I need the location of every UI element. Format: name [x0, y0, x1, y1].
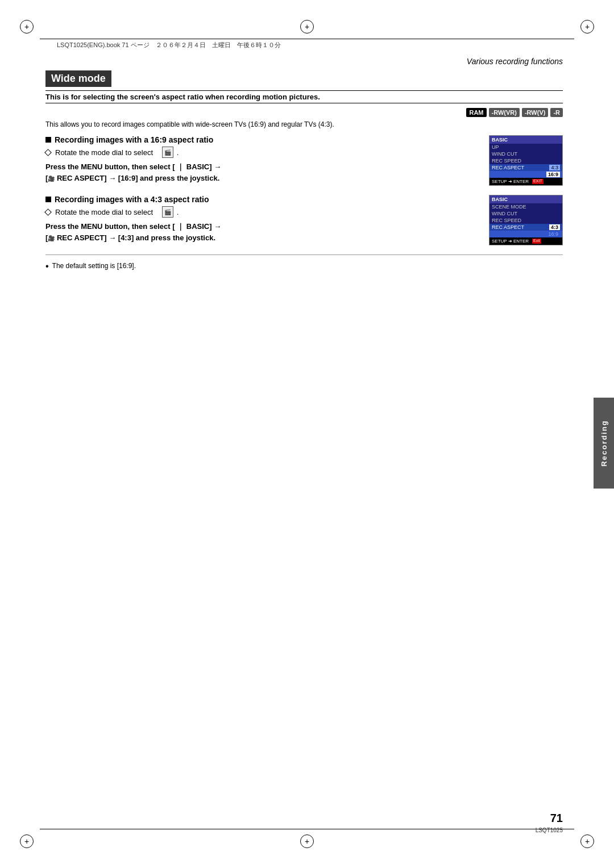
menu-screenshot-43: BASIC SCENE MODE WIND CUT REC SPEED REC …: [489, 195, 563, 245]
menu-item-169-value: 16:9: [489, 171, 562, 178]
side-tab-recording: Recording: [594, 398, 614, 489]
menu-item-169-rec-aspect: REC ASPECT4:3: [489, 164, 562, 171]
menu-item-169-3: REC SPEED: [489, 157, 562, 164]
menu-item-43-3: REC SPEED: [489, 217, 562, 224]
reg-mark-bottom-right: [579, 833, 596, 850]
intro-text: This allows you to record images compati…: [45, 120, 563, 128]
section-169: Recording images with a 16:9 aspect rati…: [45, 135, 563, 186]
page-title: Wide mode: [45, 70, 111, 87]
rotate-label-169: Rotate the mode dial to select: [55, 148, 153, 157]
reg-mark-top-mid: [298, 18, 316, 35]
badge-r: -R: [550, 108, 563, 117]
subtitle: This is for selecting the screen's aspec…: [45, 90, 563, 103]
note-bullet: • The default setting is [16:9].: [45, 262, 563, 271]
menu-item-169-1: UP: [489, 144, 562, 151]
menu-item-43-1: SCENE MODE: [489, 203, 562, 210]
section-43-text: Recording images with a 4:3 aspect ratio…: [45, 195, 478, 243]
badge-ram: RAM: [466, 108, 486, 117]
diamond-bullet-43: [44, 208, 52, 216]
header-rule: [40, 39, 574, 39]
reg-mark-top-right: [579, 18, 596, 35]
mode-icon-43: 🎬: [162, 206, 173, 218]
page-container: LSQT1025(ENG).book 71 ページ ２０６年２月４日 土曜日 午…: [0, 0, 614, 868]
mode-icon-169: 🎬: [162, 147, 173, 158]
square-bullet-169: [45, 137, 51, 143]
bottom-rule: [40, 829, 574, 829]
section-title: Various recording functions: [45, 57, 563, 66]
badge-rwv: -RW(V): [522, 108, 548, 117]
page-number-area: 71 LSQT1025: [536, 812, 563, 834]
menu-header-169: BASIC: [489, 136, 562, 144]
menu-item-169-2: WIND CUT: [489, 151, 562, 157]
rotate-text-43: Rotate the mode dial to select 🎬 .: [45, 206, 478, 218]
side-tab-label: Recording: [600, 420, 608, 466]
reg-mark-bottom-left: [18, 833, 35, 850]
menu-item-43-2: WIND CUT: [489, 210, 562, 217]
reg-mark-bottom-mid: [298, 833, 316, 850]
section-43-heading: Recording images with a 4:3 aspect ratio: [45, 195, 478, 204]
press-menu-169: Press the MENU button, then select [ ｜ B…: [45, 161, 478, 183]
badge-rwvr: -RW(VR): [489, 108, 520, 117]
square-bullet-43: [45, 197, 51, 202]
section-169-heading-text: Recording images with a 16:9 aspect rati…: [55, 135, 213, 144]
section-43: Recording images with a 4:3 aspect ratio…: [45, 195, 563, 245]
rotate-text-169: Rotate the mode dial to select 🎬 .: [45, 147, 478, 158]
menu-header-43: BASIC: [489, 195, 562, 203]
section-169-heading: Recording images with a 16:9 aspect rati…: [45, 135, 478, 144]
menu-screenshot-169: BASIC UP WIND CUT REC SPEED REC ASPECT4:…: [489, 135, 563, 186]
menu-footer-43: SETUP ➜ ENTER Exit: [489, 237, 562, 245]
reg-mark-top-left: [18, 18, 35, 35]
header-text: LSQT1025(ENG).book 71 ページ ２０６年２月４日 土曜日 午…: [57, 41, 281, 49]
menu-item-43-rec-aspect: REC ASPECT4:3: [489, 224, 562, 231]
press-menu-43: Press the MENU button, then select [ ｜ B…: [45, 221, 478, 243]
menu-footer-169: SETUP ➜ ENTER EXIT: [489, 178, 562, 185]
section-43-heading-text: Recording images with a 4:3 aspect ratio: [55, 195, 209, 204]
media-badges: RAM -RW(VR) -RW(V) -R: [45, 108, 563, 117]
rotate-label-43: Rotate the mode dial to select: [55, 208, 153, 216]
dot-icon: •: [45, 262, 49, 271]
diamond-bullet-169: [44, 149, 52, 156]
section-divider: [45, 254, 563, 255]
page-number: 71: [536, 812, 563, 825]
section-169-text: Recording images with a 16:9 aspect rati…: [45, 135, 478, 183]
main-content: Various recording functions Wide mode Th…: [45, 57, 563, 271]
menu-item-43-value: 16:9: [489, 231, 562, 237]
page-code: LSQT1025: [536, 827, 563, 833]
note-text: The default setting is [16:9].: [52, 262, 136, 270]
